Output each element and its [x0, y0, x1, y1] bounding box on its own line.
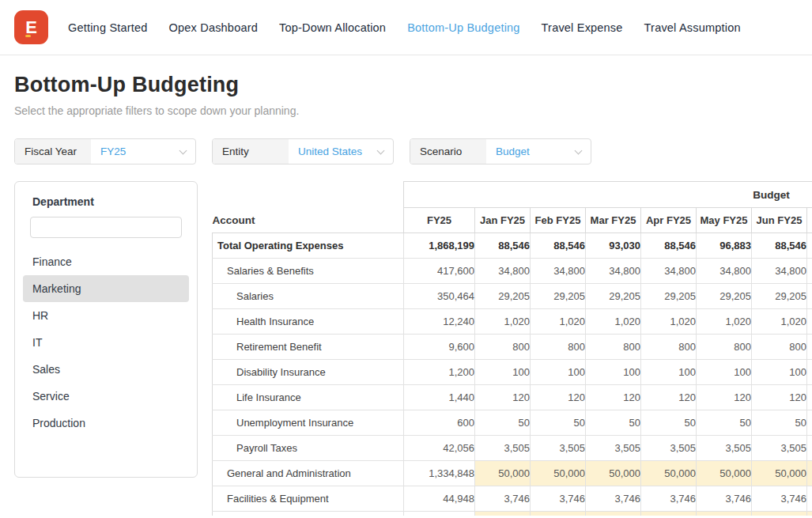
value-cell[interactable] — [531, 512, 586, 516]
value-cell[interactable] — [807, 461, 812, 486]
value-cell[interactable]: 100 — [641, 360, 697, 385]
value-cell[interactable] — [807, 385, 812, 410]
department-item-it[interactable]: IT — [23, 329, 189, 356]
value-cell[interactable]: 100 — [752, 360, 807, 385]
value-cell[interactable]: 29,205 — [641, 284, 697, 309]
value-cell[interactable]: 1,200 — [404, 360, 475, 385]
nav-item-travel-expense[interactable]: Travel Expense — [542, 21, 623, 34]
value-cell[interactable]: 1,020 — [531, 309, 586, 335]
value-cell[interactable]: 3,746 — [531, 486, 586, 512]
value-cell[interactable] — [807, 410, 812, 436]
value-cell[interactable] — [807, 259, 812, 284]
value-cell[interactable]: 29,205 — [531, 284, 586, 309]
value-cell[interactable]: 34,800 — [475, 259, 531, 284]
value-cell[interactable]: 88,546 — [475, 233, 531, 259]
value-cell[interactable]: 1,868,199 — [404, 233, 475, 259]
nav-item-bottom-up-budgeting[interactable]: Bottom-Up Budgeting — [407, 21, 519, 34]
value-cell[interactable]: 120 — [697, 385, 752, 410]
value-cell[interactable]: 100 — [697, 360, 752, 385]
value-cell[interactable]: 800 — [752, 335, 807, 360]
value-cell[interactable]: 3,505 — [697, 436, 752, 461]
value-cell[interactable] — [807, 233, 812, 259]
value-cell[interactable]: 800 — [586, 335, 641, 360]
value-cell[interactable]: 3,505 — [475, 436, 531, 461]
value-cell[interactable]: 29,205 — [752, 284, 807, 309]
value-cell[interactable] — [807, 309, 812, 335]
value-cell[interactable]: 34,800 — [641, 259, 697, 284]
value-cell[interactable]: 3,505 — [752, 436, 807, 461]
value-cell[interactable] — [807, 360, 812, 385]
value-cell[interactable]: 12,240 — [404, 309, 475, 335]
value-cell[interactable] — [807, 436, 812, 461]
value-cell[interactable]: 88,546 — [752, 233, 807, 259]
value-cell[interactable]: 50 — [531, 410, 586, 436]
scenario-filter-dropdown[interactable]: ScenarioBudget — [410, 138, 591, 164]
value-cell[interactable]: 29,205 — [586, 284, 641, 309]
value-cell[interactable]: 100 — [475, 360, 531, 385]
value-cell[interactable]: 800 — [641, 335, 697, 360]
value-cell[interactable] — [475, 512, 531, 516]
value-cell[interactable] — [641, 512, 697, 516]
value-cell[interactable]: 50,000 — [641, 461, 697, 486]
nav-item-getting-started[interactable]: Getting Started — [68, 21, 148, 34]
value-cell[interactable] — [807, 284, 812, 309]
value-cell[interactable]: 3,746 — [752, 486, 807, 512]
value-cell[interactable]: 600 — [404, 410, 475, 436]
fiscal-year-filter-dropdown[interactable]: Fiscal YearFY25 — [14, 138, 196, 164]
value-cell[interactable]: 120 — [531, 385, 586, 410]
value-cell[interactable]: 34,800 — [697, 259, 752, 284]
value-cell[interactable]: 34,800 — [586, 259, 641, 284]
value-cell[interactable]: 350,464 — [404, 284, 475, 309]
value-cell[interactable]: 3,505 — [531, 436, 586, 461]
value-cell[interactable]: 93,030 — [586, 233, 641, 259]
value-cell[interactable]: 50,000 — [697, 461, 752, 486]
value-cell[interactable]: 9,600 — [404, 335, 475, 360]
value-cell[interactable]: 50 — [752, 410, 807, 436]
value-cell[interactable]: 88,546 — [641, 233, 697, 259]
value-cell[interactable]: 1,020 — [752, 309, 807, 335]
value-cell[interactable]: 3,746 — [641, 486, 697, 512]
value-cell[interactable]: 1,020 — [475, 309, 531, 335]
department-item-finance[interactable]: Finance — [23, 248, 189, 275]
value-cell[interactable]: 800 — [531, 335, 586, 360]
nav-item-opex-dashboard[interactable]: Opex Dashboard — [169, 21, 258, 34]
value-cell[interactable]: 120 — [586, 385, 641, 410]
value-cell[interactable]: 50 — [586, 410, 641, 436]
app-logo[interactable]: E — [14, 10, 48, 44]
value-cell[interactable]: 3,746 — [586, 486, 641, 512]
value-cell[interactable] — [752, 512, 807, 516]
value-cell[interactable]: 1,020 — [641, 309, 697, 335]
value-cell[interactable]: 120 — [752, 385, 807, 410]
value-cell[interactable]: 100 — [531, 360, 586, 385]
value-cell[interactable]: 50 — [641, 410, 697, 436]
value-cell[interactable]: 96,883 — [697, 233, 752, 259]
nav-item-top-down-allocation[interactable]: Top-Down Allocation — [279, 21, 386, 34]
value-cell[interactable] — [807, 486, 812, 512]
value-cell[interactable]: 88,546 — [531, 233, 586, 259]
value-cell[interactable]: 50,000 — [586, 461, 641, 486]
department-item-hr[interactable]: HR — [23, 302, 189, 329]
value-cell[interactable]: 50 — [697, 410, 752, 436]
value-cell[interactable]: 120 — [641, 385, 697, 410]
value-cell[interactable]: 3,505 — [586, 436, 641, 461]
value-cell[interactable]: 50,000 — [752, 461, 807, 486]
value-cell[interactable]: 50 — [475, 410, 531, 436]
nav-item-travel-assumption[interactable]: Travel Assumption — [644, 21, 741, 34]
value-cell[interactable]: 29,205 — [475, 284, 531, 309]
entity-filter-dropdown[interactable]: EntityUnited States — [212, 138, 394, 164]
value-cell[interactable] — [404, 512, 475, 516]
value-cell[interactable]: 44,948 — [404, 486, 475, 512]
value-cell[interactable]: 3,746 — [697, 486, 752, 512]
value-cell[interactable]: 3,505 — [641, 436, 697, 461]
department-item-production[interactable]: Production — [23, 410, 189, 437]
value-cell[interactable] — [807, 335, 812, 360]
value-cell[interactable]: 29,205 — [697, 284, 752, 309]
value-cell[interactable] — [586, 512, 641, 516]
department-search-input[interactable] — [30, 217, 182, 238]
value-cell[interactable]: 800 — [697, 335, 752, 360]
value-cell[interactable]: 1,020 — [697, 309, 752, 335]
value-cell[interactable]: 50,000 — [475, 461, 531, 486]
value-cell[interactable]: 42,056 — [404, 436, 475, 461]
value-cell[interactable]: 1,020 — [586, 309, 641, 335]
value-cell[interactable] — [697, 512, 752, 516]
